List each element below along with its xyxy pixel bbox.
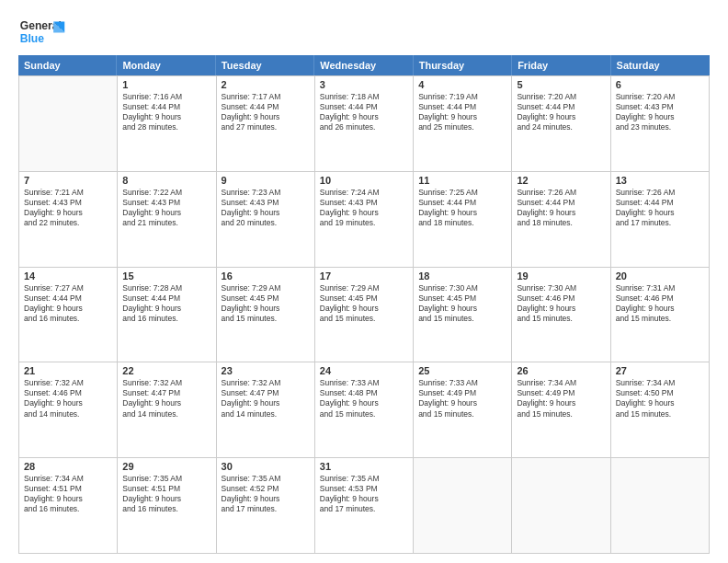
cell-line: Sunset: 4:45 PM bbox=[320, 293, 408, 304]
cell-line: Sunset: 4:43 PM bbox=[122, 198, 210, 208]
header-cell-monday: Monday bbox=[117, 55, 215, 75]
header-cell-wednesday: Wednesday bbox=[314, 55, 413, 75]
cell-line: Sunset: 4:43 PM bbox=[24, 198, 112, 208]
calendar: SundayMondayTuesdayWednesdayThursdayFrid… bbox=[18, 55, 710, 554]
cell-line: Sunrise: 7:26 AM bbox=[616, 188, 704, 198]
table-row: 27Sunrise: 7:34 AMSunset: 4:50 PMDayligh… bbox=[611, 362, 710, 458]
day-number: 15 bbox=[122, 270, 210, 282]
cell-line: Daylight: 9 hours bbox=[24, 304, 112, 314]
cell-line: Sunrise: 7:30 AM bbox=[517, 283, 605, 293]
cell-line: Sunrise: 7:29 AM bbox=[222, 283, 310, 293]
table-row: 28Sunrise: 7:34 AMSunset: 4:51 PMDayligh… bbox=[19, 458, 118, 554]
cell-line: Sunset: 4:49 PM bbox=[418, 388, 506, 398]
cell-line: and 18 minutes. bbox=[418, 218, 506, 228]
day-number: 12 bbox=[517, 175, 605, 186]
table-row bbox=[19, 76, 118, 172]
cell-line: Daylight: 9 hours bbox=[24, 208, 112, 218]
header-cell-sunday: Sunday bbox=[18, 55, 117, 75]
cell-line: Sunrise: 7:35 AM bbox=[122, 474, 210, 484]
table-row: 17Sunrise: 7:29 AMSunset: 4:45 PMDayligh… bbox=[315, 268, 414, 363]
cell-line: Sunset: 4:44 PM bbox=[320, 102, 408, 112]
logo-svg: General Blue bbox=[18, 15, 66, 52]
cell-line: and 19 minutes. bbox=[320, 218, 408, 228]
cell-line: Sunset: 4:44 PM bbox=[222, 102, 310, 112]
cell-line: Daylight: 9 hours bbox=[222, 208, 310, 218]
cell-line: Daylight: 9 hours bbox=[122, 398, 210, 408]
day-number: 26 bbox=[517, 365, 605, 376]
page: General Blue SundayMondayTuesdayWednesda… bbox=[0, 0, 728, 563]
cell-line: Sunrise: 7:32 AM bbox=[122, 378, 210, 388]
cell-line: and 21 minutes. bbox=[122, 218, 210, 228]
logo: General Blue bbox=[18, 15, 66, 52]
cell-line: Sunset: 4:52 PM bbox=[222, 484, 310, 494]
table-row: 24Sunrise: 7:33 AMSunset: 4:48 PMDayligh… bbox=[315, 362, 414, 458]
day-number: 29 bbox=[122, 461, 210, 472]
table-row: 9Sunrise: 7:23 AMSunset: 4:43 PMDaylight… bbox=[217, 172, 315, 268]
day-number: 13 bbox=[616, 175, 704, 186]
day-number: 17 bbox=[320, 270, 408, 282]
cell-line: Sunset: 4:45 PM bbox=[222, 293, 310, 304]
cell-line: and 15 minutes. bbox=[320, 314, 408, 324]
cell-line: Daylight: 9 hours bbox=[517, 304, 605, 314]
cell-line: Sunrise: 7:28 AM bbox=[122, 283, 210, 293]
cell-line: Daylight: 9 hours bbox=[418, 398, 506, 408]
cell-line: and 15 minutes. bbox=[616, 409, 704, 419]
cell-line: Sunrise: 7:35 AM bbox=[320, 474, 408, 484]
cell-line: and 28 minutes. bbox=[122, 122, 210, 132]
table-row: 12Sunrise: 7:26 AMSunset: 4:44 PMDayligh… bbox=[512, 172, 610, 268]
calendar-row-0: 1Sunrise: 7:16 AMSunset: 4:44 PMDaylight… bbox=[19, 76, 710, 172]
cell-line: and 25 minutes. bbox=[418, 122, 506, 132]
cell-line: Daylight: 9 hours bbox=[222, 398, 310, 408]
cell-line: Sunset: 4:44 PM bbox=[517, 102, 605, 112]
cell-line: Daylight: 9 hours bbox=[320, 304, 408, 314]
table-row: 18Sunrise: 7:30 AMSunset: 4:45 PMDayligh… bbox=[414, 268, 512, 363]
day-number: 9 bbox=[222, 175, 310, 186]
cell-line: Sunset: 4:43 PM bbox=[222, 198, 310, 208]
cell-line: Sunset: 4:43 PM bbox=[616, 102, 704, 112]
cell-line: Sunrise: 7:32 AM bbox=[222, 378, 310, 388]
cell-line: Daylight: 9 hours bbox=[320, 494, 408, 504]
day-number: 8 bbox=[122, 175, 210, 186]
cell-line: and 26 minutes. bbox=[320, 122, 408, 132]
calendar-row-1: 7Sunrise: 7:21 AMSunset: 4:43 PMDaylight… bbox=[19, 172, 710, 268]
cell-line: and 15 minutes. bbox=[222, 314, 310, 324]
cell-line: Sunrise: 7:27 AM bbox=[24, 283, 112, 293]
cell-line: Sunrise: 7:34 AM bbox=[616, 378, 704, 388]
table-row: 11Sunrise: 7:25 AMSunset: 4:44 PMDayligh… bbox=[414, 172, 512, 268]
day-number: 3 bbox=[320, 79, 408, 90]
table-row: 20Sunrise: 7:31 AMSunset: 4:46 PMDayligh… bbox=[611, 268, 710, 363]
table-row: 19Sunrise: 7:30 AMSunset: 4:46 PMDayligh… bbox=[512, 268, 610, 363]
cell-line: and 16 minutes. bbox=[24, 314, 112, 324]
day-number: 11 bbox=[418, 175, 506, 186]
cell-line: Daylight: 9 hours bbox=[122, 112, 210, 122]
table-row: 25Sunrise: 7:33 AMSunset: 4:49 PMDayligh… bbox=[414, 362, 512, 458]
cell-line: Sunrise: 7:20 AM bbox=[517, 92, 605, 102]
cell-line: Sunrise: 7:34 AM bbox=[517, 378, 605, 388]
cell-line: Daylight: 9 hours bbox=[222, 304, 310, 314]
calendar-body: 1Sunrise: 7:16 AMSunset: 4:44 PMDaylight… bbox=[18, 75, 710, 554]
cell-line: and 17 minutes. bbox=[320, 504, 408, 514]
cell-line: Daylight: 9 hours bbox=[616, 304, 704, 314]
cell-line: Sunrise: 7:33 AM bbox=[320, 378, 408, 388]
cell-line: Sunset: 4:44 PM bbox=[418, 198, 506, 208]
cell-line: Sunset: 4:44 PM bbox=[418, 102, 506, 112]
cell-line: Daylight: 9 hours bbox=[122, 304, 210, 314]
day-number: 2 bbox=[222, 79, 310, 90]
cell-line: Daylight: 9 hours bbox=[418, 304, 506, 314]
day-number: 24 bbox=[320, 365, 408, 376]
table-row: 26Sunrise: 7:34 AMSunset: 4:49 PMDayligh… bbox=[512, 362, 610, 458]
table-row: 13Sunrise: 7:26 AMSunset: 4:44 PMDayligh… bbox=[611, 172, 710, 268]
cell-line: Sunset: 4:46 PM bbox=[616, 293, 704, 304]
table-row: 1Sunrise: 7:16 AMSunset: 4:44 PMDaylight… bbox=[118, 76, 216, 172]
day-number: 21 bbox=[24, 365, 112, 376]
cell-line: Sunrise: 7:23 AM bbox=[222, 188, 310, 198]
table-row: 30Sunrise: 7:35 AMSunset: 4:52 PMDayligh… bbox=[217, 458, 315, 554]
table-row: 4Sunrise: 7:19 AMSunset: 4:44 PMDaylight… bbox=[414, 76, 512, 172]
cell-line: Sunset: 4:51 PM bbox=[122, 484, 210, 494]
cell-line: and 16 minutes. bbox=[122, 504, 210, 514]
day-number: 6 bbox=[616, 79, 704, 90]
day-number: 16 bbox=[222, 270, 310, 282]
day-number: 20 bbox=[616, 270, 704, 282]
cell-line: and 14 minutes. bbox=[222, 409, 310, 419]
day-number: 1 bbox=[122, 79, 210, 90]
